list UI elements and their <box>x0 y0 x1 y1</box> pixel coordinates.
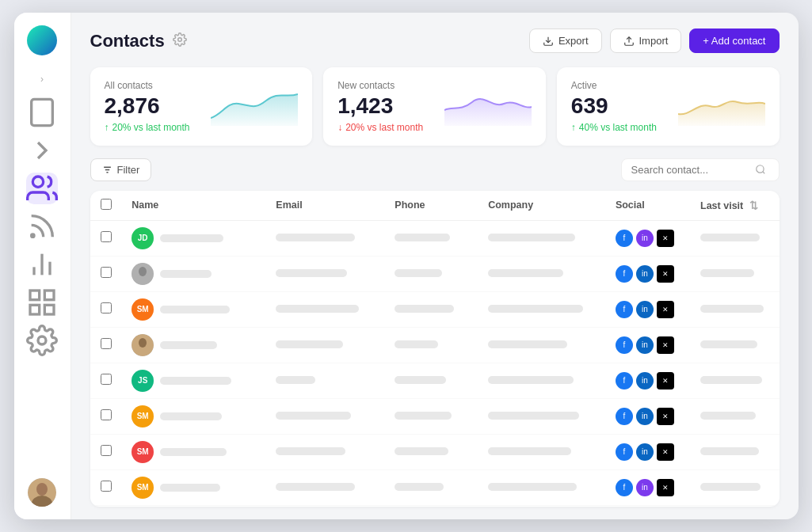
sidebar-item-send[interactable] <box>26 135 58 166</box>
linkedin-icon[interactable]: in <box>636 301 654 318</box>
company-cell <box>478 505 606 507</box>
facebook-icon[interactable]: f <box>616 479 633 496</box>
contacts-icon <box>26 173 58 204</box>
user-avatar-img <box>28 478 56 507</box>
table-row: JDfin✕ <box>90 220 780 256</box>
filter-button[interactable]: Filter <box>90 158 152 181</box>
company-cell <box>478 469 606 505</box>
twitter-icon[interactable]: ✕ <box>657 301 674 318</box>
grid-icon <box>26 287 58 318</box>
main-content: Contacts Export Import + Add contact <box>71 13 799 519</box>
stat-card-new-contacts: New contacts 1,423 ↓ 20% vs last month <box>323 67 546 146</box>
row-checkbox[interactable] <box>101 374 112 385</box>
avatar: SM <box>132 405 154 428</box>
twitter-icon[interactable]: ✕ <box>657 372 674 390</box>
sidebar-item-grid[interactable] <box>26 287 58 318</box>
name-placeholder <box>160 377 231 385</box>
twitter-icon[interactable]: ✕ <box>657 408 674 425</box>
stat-value-active: 639 <box>571 94 657 119</box>
avatar: SM <box>132 441 154 463</box>
filter-label: Filter <box>117 164 140 176</box>
last-visit-cell <box>691 505 779 507</box>
company-cell <box>478 327 606 363</box>
email-cell <box>266 469 385 505</box>
search-icon <box>755 164 766 175</box>
facebook-icon[interactable]: f <box>616 230 633 247</box>
svg-point-21 <box>756 165 763 173</box>
avatar: SM <box>132 477 154 499</box>
facebook-icon[interactable]: f <box>616 301 633 318</box>
company-cell <box>478 363 606 398</box>
col-header-phone: Phone <box>385 191 478 221</box>
sort-icon[interactable]: ⇅ <box>749 200 758 211</box>
table-row: SMfin✕ <box>90 291 780 327</box>
twitter-icon[interactable]: ✕ <box>657 336 674 354</box>
svg-point-3 <box>32 234 34 237</box>
tablet-icon <box>26 97 58 128</box>
import-icon <box>623 36 635 47</box>
stat-label-active: Active <box>571 80 657 91</box>
send-icon <box>26 135 58 166</box>
name-placeholder <box>160 412 222 420</box>
social-cell: fin✕ <box>606 256 691 291</box>
name-cell <box>122 256 266 291</box>
col-header-name: Name <box>122 191 266 221</box>
facebook-icon[interactable]: f <box>616 336 633 354</box>
user-avatar[interactable] <box>28 478 56 507</box>
page-settings-icon[interactable] <box>173 32 187 50</box>
export-button[interactable]: Export <box>529 28 602 53</box>
company-cell <box>478 256 606 291</box>
sidebar-toggle[interactable]: › <box>34 71 50 87</box>
twitter-icon[interactable]: ✕ <box>657 230 674 247</box>
phone-cell <box>385 363 478 398</box>
avatar <box>132 334 154 356</box>
twitter-icon[interactable]: ✕ <box>657 479 674 496</box>
stat-chart-active <box>678 86 765 126</box>
phone-cell <box>385 220 478 256</box>
sidebar-item-feed[interactable] <box>26 211 58 242</box>
sidebar-item-settings[interactable] <box>26 325 58 356</box>
row-checkbox[interactable] <box>101 267 112 278</box>
row-checkbox[interactable] <box>101 445 112 456</box>
last-visit-cell <box>691 291 779 327</box>
svg-rect-0 <box>32 99 53 125</box>
add-contact-button[interactable]: + Add contact <box>689 28 779 53</box>
social-cell: fin✕ <box>606 327 691 363</box>
sidebar-item-tablet[interactable] <box>26 97 58 128</box>
name-cell: SM <box>122 469 266 505</box>
col-header-last-visit: Last visit ⇅ <box>691 191 779 221</box>
svg-point-13 <box>36 483 48 496</box>
twitter-icon[interactable]: ✕ <box>657 265 674 283</box>
select-all-checkbox[interactable] <box>101 199 112 210</box>
import-button[interactable]: Import <box>610 28 682 53</box>
linkedin-icon[interactable]: in <box>636 479 654 496</box>
search-input[interactable] <box>631 164 750 176</box>
sidebar: › <box>14 13 71 519</box>
sidebar-item-chart[interactable] <box>26 249 58 280</box>
stats-row: All contacts 2,876 ↑ 20% vs last month <box>90 67 780 146</box>
export-icon <box>543 36 554 47</box>
linkedin-icon[interactable]: in <box>636 372 654 390</box>
app-window: › <box>14 13 799 519</box>
row-checkbox[interactable] <box>101 302 112 314</box>
name-cell <box>122 327 266 363</box>
sidebar-item-contacts[interactable] <box>26 173 58 204</box>
linkedin-icon[interactable]: in <box>636 265 654 283</box>
svg-point-2 <box>32 177 43 187</box>
linkedin-icon[interactable]: in <box>636 408 654 425</box>
facebook-icon[interactable]: f <box>616 265 633 283</box>
add-contact-label: + Add contact <box>703 35 765 47</box>
header-actions: Export Import + Add contact <box>529 28 780 53</box>
facebook-icon[interactable]: f <box>616 408 633 425</box>
facebook-icon[interactable]: f <box>616 372 633 390</box>
row-checkbox[interactable] <box>101 338 112 349</box>
row-checkbox[interactable] <box>101 231 112 242</box>
facebook-icon[interactable]: f <box>616 443 633 461</box>
linkedin-icon[interactable]: in <box>636 230 654 247</box>
linkedin-icon[interactable]: in <box>636 443 654 461</box>
row-checkbox[interactable] <box>101 481 112 492</box>
twitter-icon[interactable]: ✕ <box>657 443 674 461</box>
linkedin-icon[interactable]: in <box>636 336 654 354</box>
svg-point-11 <box>38 336 46 344</box>
row-checkbox[interactable] <box>101 409 112 420</box>
